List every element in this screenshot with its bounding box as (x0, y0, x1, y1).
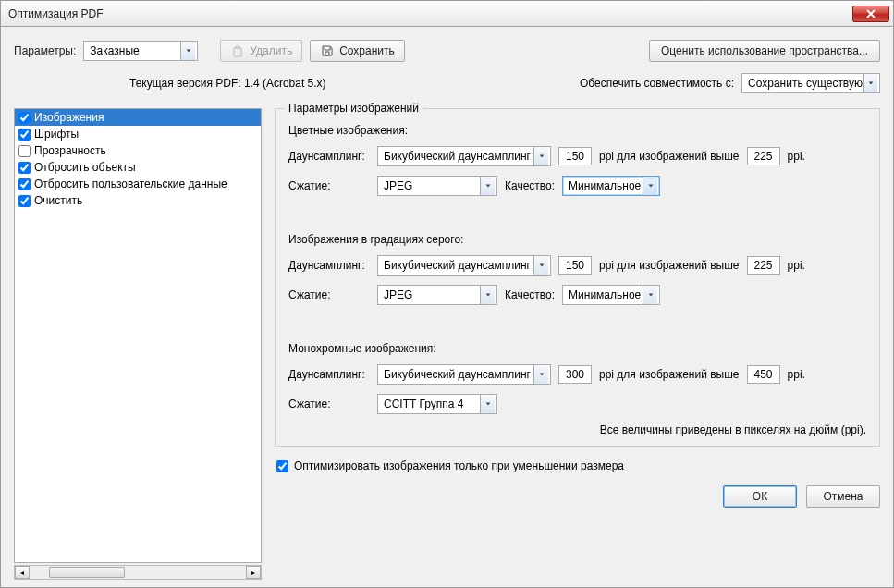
chevron-down-icon (480, 395, 495, 413)
save-button-label: Сохранить (339, 44, 395, 57)
toolbar-row: Параметры: Заказные Удалить Сохранить Оц… (14, 40, 880, 62)
compression-label: Сжатие: (288, 288, 370, 301)
chevron-down-icon (480, 286, 495, 304)
list-item[interactable]: Отбросить объекты (15, 159, 261, 176)
settings-combo-value: Заказные (90, 44, 139, 57)
mono-downsample-combo[interactable]: Бикубический даунсамплинг (377, 364, 551, 385)
chevron-down-icon (863, 74, 877, 92)
scroll-track[interactable] (30, 566, 246, 579)
quality-label: Качество: (505, 179, 555, 192)
sidebar: ИзображенияШрифтыПрозрачностьОтбросить о… (14, 108, 262, 580)
image-params-group: Параметры изображений Цветные изображени… (275, 108, 880, 447)
list-item-checkbox[interactable] (18, 162, 31, 174)
gray-compression-combo[interactable]: JPEG (377, 285, 497, 305)
list-item[interactable]: Очистить (15, 192, 261, 209)
list-item-label: Отбросить объекты (34, 161, 136, 174)
color-compression-combo[interactable]: JPEG (377, 176, 497, 196)
save-button[interactable]: Сохранить (310, 40, 405, 62)
list-item-label: Очистить (34, 194, 82, 207)
body-row: ИзображенияШрифтыПрозрачностьОтбросить о… (14, 108, 880, 580)
compat-combo[interactable]: Сохранить существующ (741, 73, 880, 93)
color-quality-combo[interactable]: Минимальное (562, 176, 660, 196)
cancel-label: Отмена (823, 490, 863, 503)
optimize-only-label: Оптимизировать изображения только при ум… (294, 459, 624, 472)
list-item[interactable]: Отбросить пользовательские данные (15, 176, 261, 192)
titlebar: Оптимизация PDF (1, 1, 893, 27)
delete-button-label: Удалить (250, 44, 292, 57)
settings-combo[interactable]: Заказные (83, 41, 198, 61)
mono-ppi-input[interactable] (558, 365, 592, 384)
color-downsample-combo[interactable]: Бикубический даунсамплинг (377, 146, 551, 166)
downsampling-label: Даунсамплинг: (288, 150, 370, 163)
floppy-icon (320, 43, 335, 58)
scroll-right-button[interactable]: ▸ (246, 566, 261, 579)
compat-label: Обеспечить совместимость с: (580, 77, 734, 90)
compat-combo-value: Сохранить существующ (748, 77, 863, 90)
close-button[interactable] (852, 6, 889, 22)
list-item[interactable]: Изображения (15, 109, 261, 126)
color-quality-value: Минимальное (569, 179, 641, 192)
delete-button: Удалить (220, 40, 302, 62)
gray-compression-value: JPEG (384, 288, 412, 301)
mono-above-ppi-input[interactable] (747, 365, 780, 384)
gray-above-ppi-input[interactable] (747, 256, 780, 275)
quality-label: Качество: (505, 288, 555, 301)
color-downsample-row: Даунсамплинг: Бикубический даунсамплинг … (288, 146, 866, 166)
chevron-down-icon (533, 256, 548, 275)
color-above-ppi-input[interactable] (747, 147, 780, 165)
ppi-note: Все величины приведены в пикселях на дюй… (288, 423, 866, 436)
mono-compression-combo[interactable]: CCITT Группа 4 (377, 394, 497, 414)
scroll-left-button[interactable]: ◂ (15, 566, 30, 579)
list-item-label: Отбросить пользовательские данные (34, 178, 227, 190)
list-item-label: Изображения (34, 111, 104, 124)
ok-button[interactable]: ОК (723, 485, 797, 508)
list-item-checkbox[interactable] (18, 178, 31, 190)
list-item-checkbox[interactable] (18, 145, 31, 157)
list-item-label: Прозрачность (34, 144, 106, 157)
mono-compression-value: CCITT Группа 4 (384, 398, 463, 410)
chevron-down-icon (180, 42, 195, 60)
color-compression-value: JPEG (384, 179, 412, 192)
gray-downsample-row: Даунсамплинг: Бикубический даунсамплинг … (288, 255, 866, 276)
color-ppi-input[interactable] (558, 147, 592, 165)
gray-section-head: Изображения в градациях серого: (288, 233, 866, 246)
gray-ppi-input[interactable] (558, 256, 592, 275)
cancel-button[interactable]: Отмена (806, 485, 880, 508)
optimize-only-checkbox[interactable] (276, 460, 288, 472)
mono-downsample-value: Бикубический даунсамплинг (384, 368, 531, 381)
audit-space-label: Оценить использование пространства... (661, 44, 868, 57)
ppi-suffix: ppi. (788, 259, 805, 272)
chevron-down-icon (643, 177, 657, 195)
pdf-version-text: Текущая версия PDF: 1.4 (Acrobat 5.x) (129, 77, 326, 90)
list-item[interactable]: Шрифты (15, 126, 261, 142)
downsampling-label: Даунсамплинг: (288, 259, 370, 272)
color-section-head: Цветные изображения: (288, 124, 866, 137)
chevron-down-icon (643, 286, 657, 304)
chevron-down-icon (533, 365, 548, 384)
mono-section-head: Монохромные изображения: (288, 342, 866, 355)
mono-downsample-row: Даунсамплинг: Бикубический даунсамплинг … (288, 364, 866, 385)
gray-downsample-combo[interactable]: Бикубический даунсамплинг (377, 255, 551, 276)
ppi-suffix: ppi. (788, 150, 805, 163)
ppi-suffix: ppi. (788, 368, 805, 381)
list-item-label: Шрифты (34, 128, 79, 141)
trash-icon (230, 43, 245, 58)
gray-quality-combo[interactable]: Минимальное (562, 285, 660, 305)
list-item-checkbox[interactable] (18, 129, 31, 141)
settings-label: Параметры: (14, 44, 76, 57)
horizontal-scrollbar[interactable]: ◂ ▸ (14, 565, 262, 580)
ok-label: ОК (753, 490, 767, 503)
window-title: Оптимизация PDF (8, 7, 852, 20)
audit-space-button[interactable]: Оценить использование пространства... (649, 40, 880, 62)
dialog-window: Оптимизация PDF Параметры: Заказные Удал… (0, 0, 894, 588)
scroll-thumb[interactable] (49, 567, 125, 578)
chevron-down-icon (533, 147, 548, 165)
for-above-label: ppi для изображений выше (599, 259, 740, 272)
category-list[interactable]: ИзображенияШрифтыПрозрачностьОтбросить о… (14, 108, 262, 563)
color-downsample-value: Бикубический даунсамплинг (384, 150, 531, 163)
info-row: Текущая версия PDF: 1.4 (Acrobat 5.x) Об… (14, 73, 880, 93)
list-item-checkbox[interactable] (18, 112, 31, 124)
list-item-checkbox[interactable] (18, 195, 31, 207)
list-item[interactable]: Прозрачность (15, 142, 261, 159)
compression-label: Сжатие: (288, 398, 370, 410)
